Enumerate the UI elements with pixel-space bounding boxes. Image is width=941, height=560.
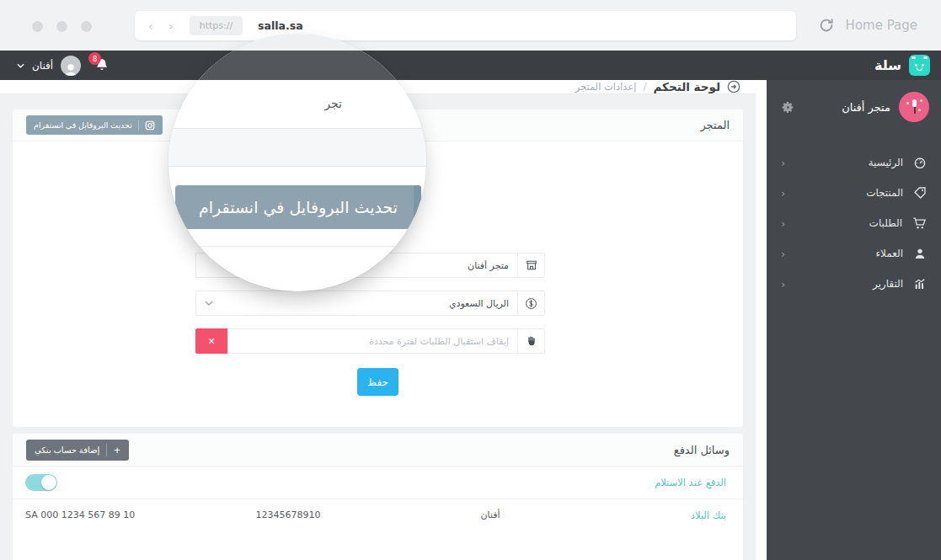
products-tag-icon <box>913 186 927 200</box>
window-dot[interactable] <box>56 21 67 32</box>
brand[interactable]: سلة <box>874 55 930 76</box>
topbar: أفنان 8 سلة <box>0 51 941 80</box>
protocol-chip: https:// <box>190 16 243 35</box>
toggle-knob <box>41 475 56 490</box>
breadcrumb: لوحة التحكم / إعدادات المتجر <box>575 80 741 93</box>
customers-icon <box>913 247 927 260</box>
chevron-left-icon: ‹ <box>781 157 785 169</box>
clear-date-button[interactable]: × <box>195 328 227 354</box>
payment-methods-card: وسائل الدفع + إضافة حساب بنكي الدفع عند … <box>13 434 743 560</box>
bank-account-row: بنك البلاد أفنان 12345678910 SA 000 1234… <box>13 499 743 531</box>
cash-on-delivery-row: الدفع عند الاستلام <box>13 467 743 499</box>
currency-value: الريال السعودي <box>449 298 509 309</box>
chevron-left-icon: ‹ <box>781 248 785 260</box>
magnified-divider <box>194 246 401 247</box>
bank-name-link[interactable]: بنك البلاد <box>575 509 743 521</box>
storefront-icon <box>517 253 545 278</box>
account-number: 12345678910 <box>170 509 406 520</box>
salla-logo-icon <box>909 55 930 76</box>
breadcrumb-separator: / <box>643 81 646 93</box>
iban-number: SA 000 1234 567 89 10 <box>13 509 170 520</box>
back-circle-icon[interactable] <box>727 80 741 93</box>
user-avatar[interactable] <box>61 56 81 76</box>
sidebar-item-reports[interactable]: التقارير ‹ <box>767 269 941 299</box>
magnified-partial-title: تجر <box>324 97 342 110</box>
chevron-left-icon: ‹ <box>781 187 785 200</box>
sidebar-item-home[interactable]: الرئيسية ‹ <box>767 147 941 178</box>
sidebar-store-header: متجر أفنان <box>767 80 941 134</box>
orders-cart-icon <box>912 216 927 230</box>
chevron-down-icon <box>17 63 24 68</box>
user-name: أفنان <box>32 60 53 72</box>
account-holder: أفنان <box>406 509 575 520</box>
store-name-label: متجر أفنان <box>842 101 890 114</box>
chevron-left-icon: ‹ <box>781 217 785 230</box>
feature-highlight-magnifier: تجر تحديث البروفايل في انستقرام <box>168 34 426 291</box>
cod-label: الدفع عند الاستلام <box>655 477 726 488</box>
store-card-title: المتجر <box>700 119 730 131</box>
user-menu[interactable]: أفنان 8 <box>17 56 112 76</box>
sidebar: متجر أفنان الرئيسية ‹ <box>767 80 941 560</box>
instagram-icon <box>138 120 155 131</box>
plus-icon: + <box>106 444 120 456</box>
instagram-update-button[interactable]: تحديث البروفايل في انستقرام <box>26 115 163 135</box>
breadcrumb-current: إعدادات المتجر <box>575 81 637 93</box>
pause-orders-row: × <box>195 328 545 354</box>
window-dot[interactable] <box>81 21 92 32</box>
add-bank-account-button[interactable]: + إضافة حساب بنكي <box>26 440 129 461</box>
currency-select[interactable]: الريال السعودي <box>195 291 517 316</box>
settings-gear-icon[interactable] <box>782 101 794 114</box>
store-profile[interactable]: متجر أفنان <box>842 92 929 122</box>
scrollbar-track[interactable] <box>756 80 767 560</box>
magnified-instagram-update-button[interactable]: تحديث البروفايل في انستقرام <box>175 185 421 229</box>
sidebar-item-orders[interactable]: الطلبات ‹ <box>767 208 941 238</box>
notifications-bell[interactable]: 8 <box>95 58 109 72</box>
brand-name: سلة <box>874 57 901 73</box>
url-bar[interactable]: ‹ › https:// salla.sa <box>135 11 796 40</box>
reports-chart-icon <box>913 277 927 291</box>
breadcrumb-root[interactable]: لوحة التحكم <box>653 80 720 93</box>
sidebar-item-customers[interactable]: العملاء ‹ <box>767 238 941 269</box>
pause-orders-input[interactable] <box>227 328 517 354</box>
url-text[interactable]: salla.sa <box>258 19 303 32</box>
window-controls <box>32 21 92 32</box>
sidebar-menu: الرئيسية ‹ المنتجات ‹ الطلبات <box>767 147 941 299</box>
cod-toggle[interactable] <box>25 474 57 491</box>
browser-chrome: ‹ › https:// salla.sa Home Page <box>0 0 941 51</box>
payments-card-title: وسائل الدفع <box>674 444 730 456</box>
store-avatar <box>899 92 929 122</box>
save-button[interactable]: حفظ <box>357 368 398 396</box>
currency-dollar-icon <box>517 291 545 316</box>
refresh-icon[interactable] <box>819 18 834 33</box>
instagram-update-label: تحديث البروفايل في انستقرام <box>34 120 132 130</box>
sidebar-item-products[interactable]: المنتجات ‹ <box>767 178 941 208</box>
window-dot[interactable] <box>32 21 43 32</box>
chevron-left-icon: ‹ <box>781 278 785 291</box>
magnified-page-header: تجر <box>168 80 426 128</box>
home-page-link[interactable]: Home Page <box>846 18 917 33</box>
browser-back-forward-icons[interactable]: ‹ › <box>148 19 179 33</box>
hand-icon <box>517 328 545 354</box>
currency-row: الريال السعودي <box>195 291 545 316</box>
dashboard-icon <box>913 156 927 169</box>
select-chevron-icon <box>205 301 213 306</box>
add-bank-label: إضافة حساب بنكي <box>35 445 99 455</box>
magnified-card-header <box>168 128 426 167</box>
